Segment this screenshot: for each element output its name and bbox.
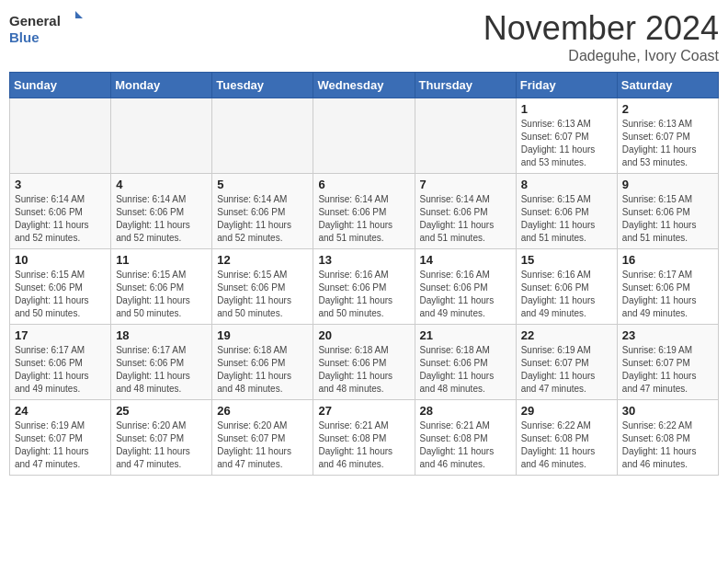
day-number: 29 [521, 404, 612, 418]
day-info: Sunrise: 6:14 AM Sunset: 6:06 PM Dayligh… [318, 193, 409, 245]
day-info: Sunrise: 6:19 AM Sunset: 6:07 PM Dayligh… [15, 419, 106, 471]
day-info: Sunrise: 6:13 AM Sunset: 6:07 PM Dayligh… [622, 118, 713, 169]
day-info: Sunrise: 6:16 AM Sunset: 6:06 PM Dayligh… [318, 269, 409, 320]
day-number: 3 [15, 178, 106, 191]
day-info: Sunrise: 6:14 AM Sunset: 6:06 PM Dayligh… [420, 193, 511, 245]
day-info: Sunrise: 6:21 AM Sunset: 6:08 PM Dayligh… [420, 419, 511, 471]
calendar-cell [10, 98, 111, 174]
day-number: 12 [217, 253, 308, 267]
calendar-cell: 29Sunrise: 6:22 AM Sunset: 6:08 PM Dayli… [516, 400, 617, 476]
calendar-cell: 1Sunrise: 6:13 AM Sunset: 6:07 PM Daylig… [516, 98, 617, 174]
week-row-5: 24Sunrise: 6:19 AM Sunset: 6:07 PM Dayli… [10, 400, 719, 476]
calendar-table: SundayMondayTuesdayWednesdayThursdayFrid… [9, 72, 719, 476]
calendar-cell: 26Sunrise: 6:20 AM Sunset: 6:07 PM Dayli… [212, 400, 313, 476]
day-info: Sunrise: 6:18 AM Sunset: 6:06 PM Dayligh… [217, 344, 308, 396]
day-number: 22 [521, 328, 612, 342]
day-info: Sunrise: 6:15 AM Sunset: 6:06 PM Dayligh… [15, 269, 106, 320]
day-number: 18 [116, 328, 207, 342]
day-number: 30 [622, 404, 713, 418]
calendar-cell: 3Sunrise: 6:14 AM Sunset: 6:06 PM Daylig… [10, 174, 111, 249]
svg-text:Blue: Blue [9, 29, 40, 45]
day-number: 21 [420, 328, 511, 342]
day-info: Sunrise: 6:13 AM Sunset: 6:07 PM Dayligh… [521, 118, 612, 169]
day-number: 8 [521, 178, 612, 191]
title-area: November 2024 Dadeguhe, Ivory Coast [483, 9, 719, 64]
calendar-cell: 6Sunrise: 6:14 AM Sunset: 6:06 PM Daylig… [313, 174, 415, 249]
day-info: Sunrise: 6:16 AM Sunset: 6:06 PM Dayligh… [521, 269, 612, 320]
day-info: Sunrise: 6:14 AM Sunset: 6:06 PM Dayligh… [217, 193, 308, 245]
day-info: Sunrise: 6:17 AM Sunset: 6:06 PM Dayligh… [15, 344, 106, 396]
day-info: Sunrise: 6:22 AM Sunset: 6:08 PM Dayligh… [521, 419, 612, 471]
day-number: 23 [622, 328, 713, 342]
weekday-header-sunday: Sunday [10, 73, 111, 98]
calendar-cell: 12Sunrise: 6:15 AM Sunset: 6:06 PM Dayli… [212, 249, 313, 325]
calendar-cell: 24Sunrise: 6:19 AM Sunset: 6:07 PM Dayli… [10, 400, 111, 476]
day-info: Sunrise: 6:22 AM Sunset: 6:08 PM Dayligh… [622, 419, 713, 471]
day-number: 7 [420, 178, 511, 191]
calendar-cell: 30Sunrise: 6:22 AM Sunset: 6:08 PM Dayli… [617, 400, 718, 476]
logo: General Blue [9, 9, 83, 51]
calendar-cell: 4Sunrise: 6:14 AM Sunset: 6:06 PM Daylig… [111, 174, 212, 249]
day-info: Sunrise: 6:18 AM Sunset: 6:06 PM Dayligh… [318, 344, 409, 396]
day-info: Sunrise: 6:19 AM Sunset: 6:07 PM Dayligh… [622, 344, 713, 396]
svg-text:General: General [9, 13, 61, 29]
day-number: 17 [15, 328, 106, 342]
weekday-header-wednesday: Wednesday [313, 73, 415, 98]
logo-icon: General Blue [9, 9, 83, 51]
calendar-cell: 23Sunrise: 6:19 AM Sunset: 6:07 PM Dayli… [617, 325, 718, 400]
week-row-2: 3Sunrise: 6:14 AM Sunset: 6:06 PM Daylig… [10, 174, 719, 249]
location-title: Dadeguhe, Ivory Coast [483, 48, 719, 64]
calendar-cell: 15Sunrise: 6:16 AM Sunset: 6:06 PM Dayli… [516, 249, 617, 325]
calendar-cell [111, 98, 212, 174]
day-info: Sunrise: 6:20 AM Sunset: 6:07 PM Dayligh… [116, 419, 207, 471]
calendar-cell: 20Sunrise: 6:18 AM Sunset: 6:06 PM Dayli… [313, 325, 415, 400]
day-number: 14 [420, 253, 511, 267]
calendar-cell: 25Sunrise: 6:20 AM Sunset: 6:07 PM Dayli… [111, 400, 212, 476]
page-header: General Blue November 2024 Dadeguhe, Ivo… [9, 9, 719, 64]
day-number: 16 [622, 253, 713, 267]
weekday-header-row: SundayMondayTuesdayWednesdayThursdayFrid… [10, 73, 719, 98]
calendar-cell: 10Sunrise: 6:15 AM Sunset: 6:06 PM Dayli… [10, 249, 111, 325]
day-number: 13 [318, 253, 409, 267]
calendar-cell: 2Sunrise: 6:13 AM Sunset: 6:07 PM Daylig… [617, 98, 718, 174]
day-info: Sunrise: 6:17 AM Sunset: 6:06 PM Dayligh… [622, 269, 713, 320]
day-number: 20 [318, 328, 409, 342]
day-info: Sunrise: 6:15 AM Sunset: 6:06 PM Dayligh… [217, 269, 308, 320]
day-number: 27 [318, 404, 409, 418]
day-number: 2 [622, 102, 713, 116]
day-number: 6 [318, 178, 409, 191]
weekday-header-tuesday: Tuesday [212, 73, 313, 98]
day-number: 1 [521, 102, 612, 116]
calendar-cell [415, 98, 516, 174]
day-number: 4 [116, 178, 207, 191]
week-row-3: 10Sunrise: 6:15 AM Sunset: 6:06 PM Dayli… [10, 249, 719, 325]
day-info: Sunrise: 6:21 AM Sunset: 6:08 PM Dayligh… [318, 419, 409, 471]
calendar-cell: 8Sunrise: 6:15 AM Sunset: 6:06 PM Daylig… [516, 174, 617, 249]
calendar-cell [313, 98, 415, 174]
week-row-1: 1Sunrise: 6:13 AM Sunset: 6:07 PM Daylig… [10, 98, 719, 174]
svg-marker-1 [75, 11, 83, 18]
calendar-cell: 16Sunrise: 6:17 AM Sunset: 6:06 PM Dayli… [617, 249, 718, 325]
weekday-header-saturday: Saturday [617, 73, 718, 98]
day-number: 19 [217, 328, 308, 342]
calendar-cell: 11Sunrise: 6:15 AM Sunset: 6:06 PM Dayli… [111, 249, 212, 325]
day-info: Sunrise: 6:20 AM Sunset: 6:07 PM Dayligh… [217, 419, 308, 471]
calendar-cell: 27Sunrise: 6:21 AM Sunset: 6:08 PM Dayli… [313, 400, 415, 476]
day-number: 28 [420, 404, 511, 418]
day-info: Sunrise: 6:15 AM Sunset: 6:06 PM Dayligh… [521, 193, 612, 245]
day-info: Sunrise: 6:14 AM Sunset: 6:06 PM Dayligh… [116, 193, 207, 245]
day-number: 11 [116, 253, 207, 267]
calendar-cell: 21Sunrise: 6:18 AM Sunset: 6:06 PM Dayli… [415, 325, 516, 400]
day-number: 9 [622, 178, 713, 191]
calendar-cell: 17Sunrise: 6:17 AM Sunset: 6:06 PM Dayli… [10, 325, 111, 400]
day-number: 10 [15, 253, 106, 267]
day-info: Sunrise: 6:18 AM Sunset: 6:06 PM Dayligh… [420, 344, 511, 396]
day-number: 26 [217, 404, 308, 418]
day-info: Sunrise: 6:19 AM Sunset: 6:07 PM Dayligh… [521, 344, 612, 396]
calendar-cell: 22Sunrise: 6:19 AM Sunset: 6:07 PM Dayli… [516, 325, 617, 400]
calendar-cell: 14Sunrise: 6:16 AM Sunset: 6:06 PM Dayli… [415, 249, 516, 325]
weekday-header-thursday: Thursday [415, 73, 516, 98]
calendar-cell: 9Sunrise: 6:15 AM Sunset: 6:06 PM Daylig… [617, 174, 718, 249]
day-info: Sunrise: 6:16 AM Sunset: 6:06 PM Dayligh… [420, 269, 511, 320]
calendar-cell: 7Sunrise: 6:14 AM Sunset: 6:06 PM Daylig… [415, 174, 516, 249]
